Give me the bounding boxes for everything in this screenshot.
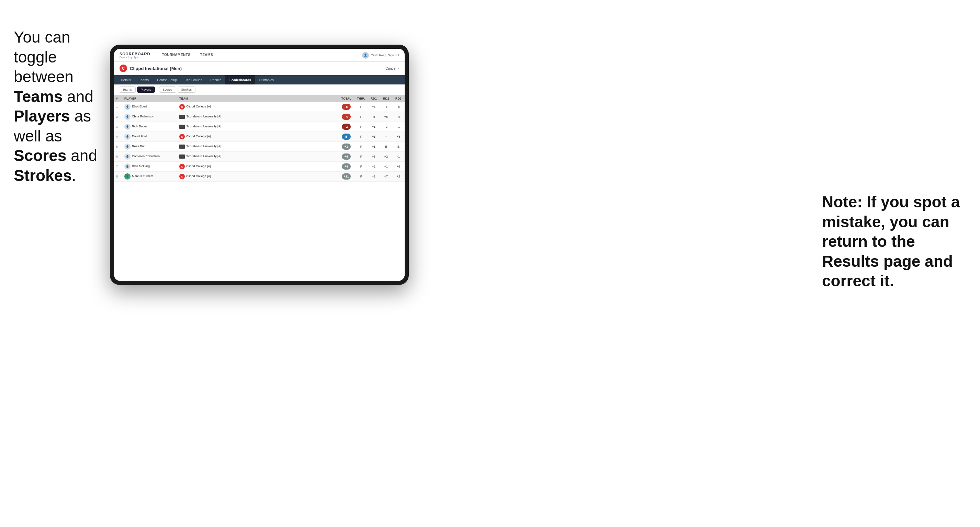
player-avatar: 👤 <box>124 124 130 130</box>
cell-player: 👤Elliot Ebert <box>122 102 177 112</box>
player-name: David Ford <box>132 135 147 138</box>
col-player: PLAYER <box>122 95 177 102</box>
cell-team: Scoreboard University [A] <box>177 142 338 152</box>
teams-bold: Teams <box>14 87 62 105</box>
cell-rd3: +3 <box>392 132 405 142</box>
left-annotation: You can toggle between Teams and Players… <box>14 27 113 186</box>
cell-rd1: +5 <box>368 152 380 162</box>
col-rd1: RD1 <box>368 95 380 102</box>
cell-player: 👤Cameron Robertson <box>122 152 177 162</box>
table-row: 4👤David FordCClippd College [A]EF+1-4+3 <box>114 132 405 142</box>
cell-rd1: +1 <box>368 132 380 142</box>
team-name: Scoreboard University [A] <box>186 144 221 148</box>
team-name: Scoreboard University [A] <box>186 154 221 158</box>
cell-rd1: +1 <box>368 122 380 132</box>
team-name: Scoreboard University [A] <box>186 125 221 128</box>
cell-total: +11 <box>338 171 355 182</box>
right-annotation: Note: If you spot a mistake, you can ret… <box>822 192 970 291</box>
score-badge: +11 <box>342 173 351 179</box>
toggle-bar: Teams Players Scores Strokes <box>114 84 405 95</box>
player-name: Elliot Ebert <box>132 105 147 108</box>
cell-rank: 2 <box>114 112 122 122</box>
team-logo-sb <box>179 125 185 129</box>
score-badge: +8 <box>342 163 351 170</box>
toggle-strokes[interactable]: Strokes <box>178 87 196 93</box>
player-avatar: 👤 <box>124 173 130 179</box>
cell-total: -2 <box>338 122 355 132</box>
table-row: 6👤Cameron RobertsonScoreboard University… <box>114 152 405 162</box>
player-name: Marcus Turners <box>132 175 154 178</box>
tab-course-setup[interactable]: Course Setup <box>153 75 181 84</box>
tournament-logo: C <box>119 65 127 72</box>
tab-teams[interactable]: Teams <box>135 75 153 84</box>
player-avatar: 👤 <box>124 154 130 160</box>
player-name: Rees Britt <box>132 144 146 148</box>
cell-rank: 5 <box>114 142 122 152</box>
player-name: Cameron Robertson <box>132 154 160 158</box>
team-logo-c: C <box>179 104 185 110</box>
sub-tabs: Details Teams Course Setup Tee Groups Re… <box>114 75 405 84</box>
tab-details[interactable]: Details <box>117 75 135 84</box>
team-logo-sb <box>179 144 185 149</box>
player-avatar: 👤 <box>124 104 130 110</box>
cell-player: 👤Marcus Turners <box>122 171 177 182</box>
cell-thru: F <box>355 122 368 132</box>
tab-leaderboards[interactable]: Leaderboards <box>225 75 255 84</box>
cell-rd1: +2 <box>368 162 380 171</box>
table-row: 8👤Marcus TurnersCClippd College [A]+11F+… <box>114 171 405 182</box>
table-row: 5👤Rees BrittScoreboard University [A]+1F… <box>114 142 405 152</box>
toggle-teams[interactable]: Teams <box>119 87 136 93</box>
col-rd3: RD3 <box>392 95 405 102</box>
cell-total: -4 <box>338 112 355 122</box>
strokes-bold: Strokes <box>14 167 72 184</box>
cell-player: 👤Rich Butler <box>122 122 177 132</box>
cell-rd3: -5 <box>392 102 405 112</box>
cell-team: Scoreboard University [A] <box>177 152 338 162</box>
cell-rd1: +2 <box>368 171 380 182</box>
cell-player: 👤Blair McHarg <box>122 162 177 171</box>
sign-out[interactable]: Sign out <box>388 54 399 57</box>
col-rank: # <box>114 95 122 102</box>
cell-player: 👤David Ford <box>122 132 177 142</box>
score-badge: -4 <box>342 114 351 120</box>
cell-rd2: +1 <box>380 162 392 171</box>
user-avatar: 👤 <box>362 52 369 59</box>
cell-rd2: +5 <box>380 112 392 122</box>
cancel-button[interactable]: Cancel × <box>385 67 399 70</box>
tab-results[interactable]: Results <box>206 75 225 84</box>
cell-rd1: +3 <box>368 102 380 112</box>
toggle-players[interactable]: Players <box>137 87 155 93</box>
tab-printables[interactable]: Printables <box>255 75 278 84</box>
player-avatar: 👤 <box>124 163 130 170</box>
cell-thru: F <box>355 142 368 152</box>
tab-tee-groups[interactable]: Tee Groups <box>181 75 206 84</box>
nav-teams[interactable]: TEAMS <box>196 49 218 62</box>
leaderboard-table: # PLAYER TEAM TOTAL THRU RD1 RD2 RD3 1👤E… <box>114 95 405 281</box>
cell-rd3: +2 <box>392 171 405 182</box>
nav-tournaments[interactable]: TOURNAMENTS <box>157 49 195 62</box>
cell-total: +6 <box>338 152 355 162</box>
cell-rank: 3 <box>114 122 122 132</box>
cell-rank: 1 <box>114 102 122 112</box>
col-team: TEAM <box>177 95 338 102</box>
team-logo-c: C <box>179 134 185 140</box>
cell-total: -8 <box>338 102 355 112</box>
score-badge: -2 <box>342 124 351 130</box>
cell-rd3: E <box>392 142 405 152</box>
cell-total: E <box>338 132 355 142</box>
table-row: 1👤Elliot EbertCClippd College [A]-8F+3-6… <box>114 102 405 112</box>
user-name: Test User | <box>371 54 386 57</box>
tablet-screen: SCOREBOARD Powered by clippd TOURNAMENTS… <box>114 49 405 281</box>
players-table: # PLAYER TEAM TOTAL THRU RD1 RD2 RD3 1👤E… <box>114 95 405 182</box>
tournament-name: Clippd Invitational (Men) <box>130 66 182 71</box>
team-name: Clippd College [A] <box>186 135 211 138</box>
team-name: Clippd College [A] <box>186 105 211 108</box>
col-rd2: RD2 <box>380 95 392 102</box>
cell-rd2: E <box>380 142 392 152</box>
note-label: Note: If you spot a mistake, you can ret… <box>822 193 960 290</box>
cell-rank: 6 <box>114 152 122 162</box>
player-name: Rich Butler <box>132 125 147 128</box>
player-name: Chris Robertson <box>132 115 154 118</box>
cell-total: +8 <box>338 162 355 171</box>
toggle-scores[interactable]: Scores <box>159 87 176 93</box>
